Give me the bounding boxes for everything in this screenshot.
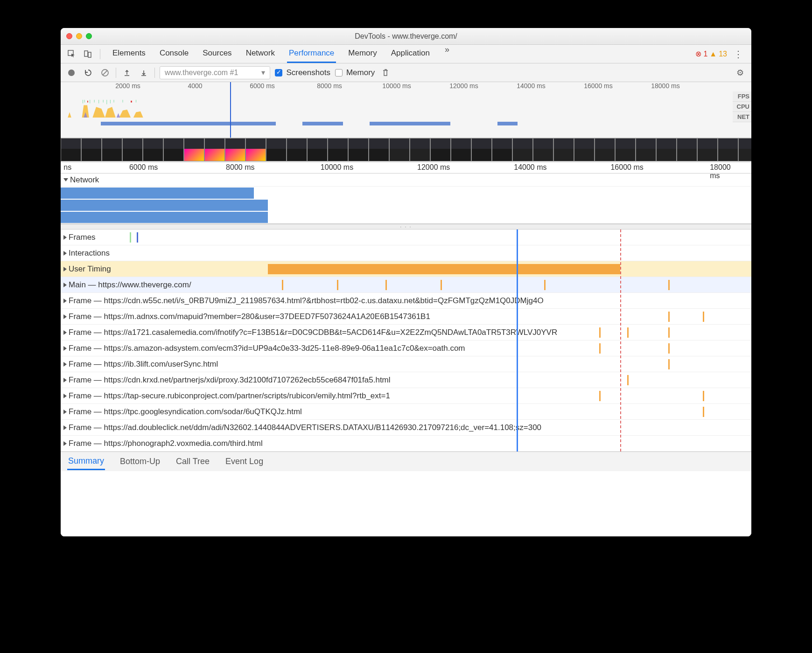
clear-button[interactable] [99, 67, 111, 79]
frame-label: Frame — https://ib.3lift.com/userSync.ht… [69, 360, 218, 369]
disclosure-triangle-icon [63, 235, 67, 240]
filmstrip-thumbnail[interactable] [184, 138, 204, 161]
error-counter[interactable]: ⊗1 ▲13 [695, 49, 727, 58]
filmstrip-thumbnail[interactable] [410, 138, 430, 161]
load-profile-icon[interactable] [121, 67, 133, 79]
disclosure-triangle-icon [63, 425, 67, 430]
filmstrip-thumbnail[interactable] [225, 138, 245, 161]
svg-rect-18 [131, 101, 132, 103]
filmstrip-thumbnail[interactable] [492, 138, 512, 161]
filmstrip-thumbnail[interactable] [738, 138, 751, 161]
frame-row[interactable]: Frame — https://ad.doubleclick.net/ddm/a… [61, 420, 751, 436]
tabs-overflow-button[interactable]: » [442, 45, 452, 63]
tab-performance[interactable]: Performance [287, 45, 336, 63]
filmstrip-thumbnail[interactable] [266, 138, 287, 161]
screenshots-checkbox[interactable]: Screenshots [275, 68, 330, 77]
svg-rect-17 [87, 101, 88, 103]
screenshot-filmstrip[interactable] [61, 138, 751, 162]
section-main[interactable]: Main — https://www.theverge.com/ [61, 277, 751, 293]
filmstrip-thumbnail[interactable] [636, 138, 656, 161]
section-user-timing[interactable]: User Timing [61, 261, 751, 277]
tab-console[interactable]: Console [158, 45, 190, 63]
overview-tick: 2000 ms [115, 82, 140, 90]
tab-elements[interactable]: Elements [111, 45, 147, 63]
tab-call-tree[interactable]: Call Tree [175, 454, 210, 469]
filmstrip-thumbnail[interactable] [430, 138, 451, 161]
filmstrip-thumbnail[interactable] [574, 138, 595, 161]
filmstrip-thumbnail[interactable] [287, 138, 307, 161]
frame-row[interactable]: Frame — https://tpc.googlesyndication.co… [61, 404, 751, 420]
panel-splitter[interactable]: · · · [61, 224, 751, 229]
device-toolbar-icon[interactable] [81, 48, 94, 61]
disclosure-triangle-icon [63, 314, 67, 319]
filmstrip-thumbnail[interactable] [369, 138, 389, 161]
tab-network[interactable]: Network [244, 45, 277, 63]
filmstrip-thumbnail[interactable] [677, 138, 697, 161]
frame-row[interactable]: Frame — https://m.adnxs.com/mapuid?membe… [61, 309, 751, 325]
overview-tick: 14000 ms [517, 82, 545, 90]
frame-row[interactable]: Frame — https://phonograph2.voxmedia.com… [61, 436, 751, 452]
filmstrip-thumbnail[interactable] [307, 138, 328, 161]
record-button[interactable] [65, 67, 77, 79]
section-frames[interactable]: Frames [61, 229, 751, 245]
dropdown-caret-icon: ▾ [261, 68, 265, 77]
section-interactions[interactable]: Interactions [61, 245, 751, 261]
frame-label: Frame — https://m.adnxs.com/mapuid?membe… [69, 312, 430, 321]
frame-row[interactable]: Frame — https://a1721.casalemedia.com/if… [61, 325, 751, 340]
tab-memory[interactable]: Memory [346, 45, 378, 63]
frame-row[interactable]: Frame — https://cdn.krxd.net/partnerjs/x… [61, 372, 751, 388]
playhead-marker[interactable] [517, 229, 518, 452]
select-element-icon[interactable] [65, 48, 78, 61]
window-close-button[interactable] [66, 33, 72, 39]
filmstrip-thumbnail[interactable] [328, 138, 348, 161]
delete-profile-icon[interactable] [379, 67, 392, 79]
tab-bottom-up[interactable]: Bottom-Up [119, 454, 161, 469]
tab-event-log[interactable]: Event Log [224, 454, 264, 469]
memory-checkbox[interactable]: Memory [335, 68, 375, 77]
svg-rect-2 [88, 52, 91, 57]
filmstrip-thumbnail[interactable] [61, 138, 81, 161]
frame-label: Frame — https://ad.doubleclick.net/ddm/a… [69, 423, 541, 432]
frame-label: Frame — https://a1721.casalemedia.com/if… [69, 328, 557, 337]
fps-label: FPS [733, 91, 751, 102]
flamechart-ruler[interactable]: ns6000 ms8000 ms10000 ms12000 ms14000 ms… [61, 162, 751, 174]
filmstrip-thumbnail[interactable] [245, 138, 266, 161]
filmstrip-thumbnail[interactable] [595, 138, 615, 161]
filmstrip-thumbnail[interactable] [615, 138, 636, 161]
window-minimize-button[interactable] [76, 33, 82, 39]
filmstrip-thumbnail[interactable] [122, 138, 143, 161]
filmstrip-thumbnail[interactable] [718, 138, 738, 161]
filmstrip-thumbnail[interactable] [143, 138, 163, 161]
save-profile-icon[interactable] [138, 67, 150, 79]
filmstrip-thumbnail[interactable] [163, 138, 184, 161]
devtools-menu-icon[interactable]: ⋮ [730, 49, 747, 60]
filmstrip-thumbnail[interactable] [389, 138, 410, 161]
reload-record-button[interactable] [82, 67, 94, 79]
network-waterfall[interactable] [61, 187, 751, 224]
filmstrip-thumbnail[interactable] [656, 138, 677, 161]
frame-row[interactable]: Frame — https://cdn.w55c.net/i/s_0RB7U9m… [61, 293, 751, 309]
cpu-overview-graph [61, 100, 149, 118]
timeline-overview[interactable]: 2000 ms40006000 ms8000 ms10000 ms12000 m… [61, 82, 751, 138]
flamechart[interactable]: Frames Interactions User Timing Main — h… [61, 229, 751, 452]
filmstrip-thumbnail[interactable] [471, 138, 492, 161]
frame-row[interactable]: Frame — https://s.amazon-adsystem.com/ec… [61, 340, 751, 356]
tab-sources[interactable]: Sources [201, 45, 233, 63]
window-maximize-button[interactable] [86, 33, 92, 39]
filmstrip-thumbnail[interactable] [451, 138, 471, 161]
recording-selector[interactable]: www.theverge.com #1 ▾ [160, 66, 270, 79]
capture-settings-icon[interactable]: ⚙ [734, 68, 747, 78]
filmstrip-thumbnail[interactable] [102, 138, 122, 161]
filmstrip-thumbnail[interactable] [204, 138, 225, 161]
filmstrip-thumbnail[interactable] [348, 138, 369, 161]
frame-row[interactable]: Frame — https://ib.3lift.com/userSync.ht… [61, 356, 751, 372]
filmstrip-thumbnail[interactable] [697, 138, 718, 161]
filmstrip-thumbnail[interactable] [512, 138, 533, 161]
tab-summary[interactable]: Summary [67, 453, 105, 470]
frame-row[interactable]: Frame — https://tap-secure.rubiconprojec… [61, 388, 751, 404]
section-network[interactable]: Network [61, 174, 751, 187]
filmstrip-thumbnail[interactable] [553, 138, 574, 161]
filmstrip-thumbnail[interactable] [81, 138, 102, 161]
filmstrip-thumbnail[interactable] [533, 138, 553, 161]
tab-application[interactable]: Application [389, 45, 432, 63]
